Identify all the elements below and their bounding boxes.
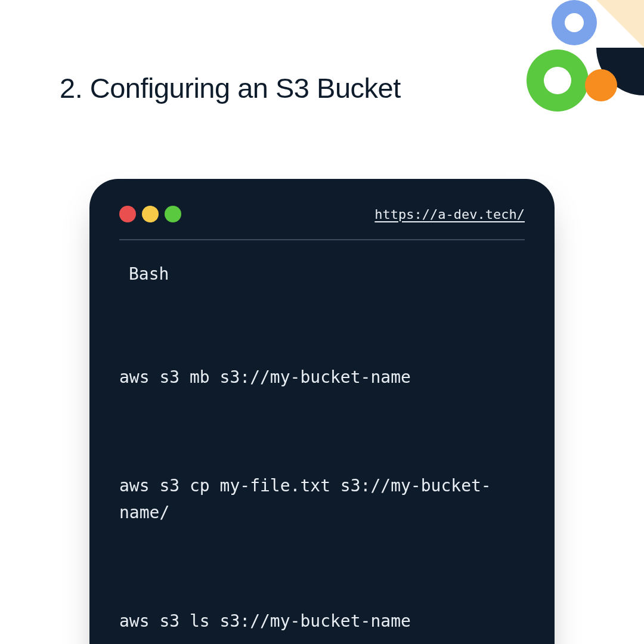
divider	[119, 239, 525, 240]
language-label: Bash	[129, 264, 525, 284]
code-content: aws s3 mb s3://my-bucket-name aws s3 cp …	[119, 311, 525, 644]
svg-point-3	[544, 67, 571, 94]
minimize-icon[interactable]	[142, 206, 159, 222]
svg-point-1	[565, 13, 584, 32]
decorative-shapes	[525, 0, 644, 119]
terminal-url-link[interactable]: https://a-dev.tech/	[374, 207, 525, 222]
close-icon[interactable]	[119, 206, 136, 222]
page-title: 2. Configuring an S3 Bucket	[60, 72, 401, 104]
svg-point-4	[585, 69, 617, 101]
terminal-topbar: https://a-dev.tech/	[119, 206, 525, 222]
code-line: aws s3 mb s3://my-bucket-name	[119, 364, 525, 391]
code-line: aws s3 cp my-file.txt s3://my-bucket-nam…	[119, 473, 525, 527]
window-controls	[119, 206, 181, 222]
maximize-icon[interactable]	[165, 206, 181, 222]
code-line: aws s3 ls s3://my-bucket-name	[119, 608, 525, 635]
terminal-window: https://a-dev.tech/ Bash aws s3 mb s3://…	[89, 179, 555, 644]
